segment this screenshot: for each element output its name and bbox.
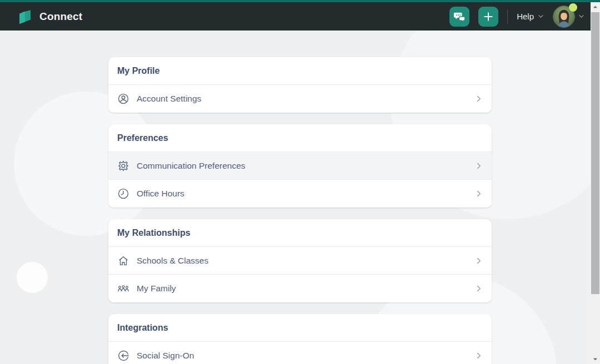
section-title: My Relationships (117, 228, 191, 238)
chevron-down-icon (538, 13, 544, 19)
chevron-right-icon (475, 285, 483, 292)
sign-on-icon (117, 350, 129, 362)
family-icon (117, 282, 129, 295)
menu-item-label: Office Hours (137, 189, 184, 199)
scroll-down-arrow-icon[interactable] (591, 355, 600, 364)
chevron-right-icon (475, 95, 483, 103)
section-title: Integrations (117, 323, 168, 333)
section-preferences: Preferences Communication Preferences (108, 124, 492, 208)
chevron-right-icon (475, 352, 483, 360)
menu-item-label: Schools & Classes (137, 256, 208, 266)
menu-item-social-sign-on[interactable]: Social Sign-On (108, 342, 492, 364)
book-logo-icon (17, 8, 33, 25)
gear-icon (117, 160, 129, 172)
menu-item-label: My Family (137, 284, 176, 294)
top-navigation-bar: Connect Help (0, 0, 600, 31)
section-header: Preferences (108, 124, 492, 152)
section-integrations: Integrations Social Sign-On (108, 314, 492, 364)
brand[interactable]: Connect (17, 8, 82, 25)
vertical-scrollbar[interactable] (591, 2, 600, 364)
menu-item-office-hours[interactable]: Office Hours (108, 180, 492, 208)
chat-bubbles-icon (453, 11, 466, 23)
account-menu[interactable] (553, 6, 584, 28)
menu-item-label: Communication Preferences (137, 161, 246, 171)
menu-item-my-family[interactable]: My Family (108, 275, 492, 302)
section-header: My Relationships (108, 219, 492, 247)
plus-icon (483, 11, 494, 22)
app-title: Connect (39, 11, 82, 23)
section-title: My Profile (117, 66, 159, 76)
menu-item-communication-preferences[interactable]: Communication Preferences (108, 152, 492, 180)
help-label: Help (517, 12, 534, 21)
create-button[interactable] (478, 7, 498, 27)
chevron-right-icon (475, 190, 483, 198)
messages-button[interactable] (449, 7, 469, 27)
user-circle-icon (117, 93, 129, 105)
chevron-down-icon (578, 13, 584, 19)
section-my-profile: My Profile Account Settings (108, 57, 492, 113)
scrollbar-thumb[interactable] (591, 12, 599, 294)
settings-page: My Profile Account Settings Preferences (0, 31, 600, 364)
help-menu[interactable]: Help (517, 12, 544, 21)
menu-item-label: Social Sign-On (137, 351, 194, 361)
menu-item-label: Account Settings (137, 94, 201, 104)
chevron-right-icon (475, 162, 483, 170)
house-icon (117, 255, 129, 267)
section-title: Preferences (117, 133, 168, 143)
section-header: My Profile (108, 57, 492, 85)
section-header: Integrations (108, 314, 492, 342)
chevron-right-icon (475, 257, 483, 265)
scroll-up-arrow-icon[interactable] (591, 2, 600, 12)
menu-item-account-settings[interactable]: Account Settings (108, 85, 492, 113)
menu-item-schools-classes[interactable]: Schools & Classes (108, 247, 492, 275)
topbar-divider (507, 9, 508, 24)
online-status-dot (569, 3, 577, 12)
clock-icon (117, 188, 129, 200)
section-my-relationships: My Relationships Schools & Classes (108, 219, 492, 302)
